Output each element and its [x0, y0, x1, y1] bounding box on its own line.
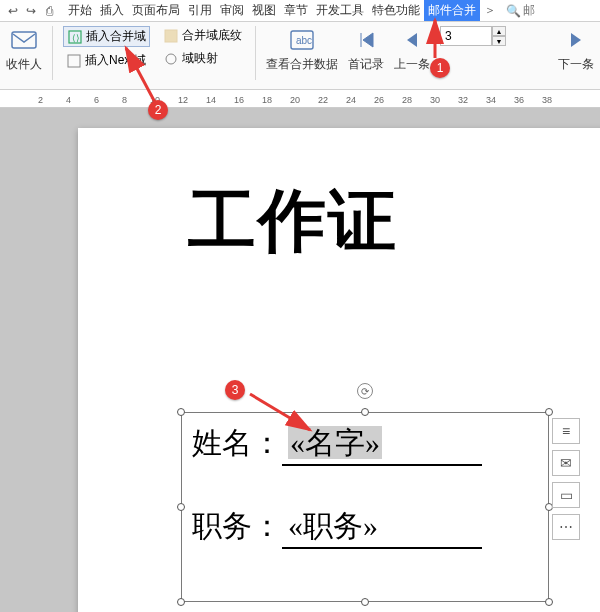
ruler-tick: 24	[346, 95, 356, 105]
next-record-button[interactable]: 下一条	[558, 26, 594, 73]
divider	[255, 26, 256, 80]
first-record-button[interactable]: 首记录	[348, 26, 384, 73]
region-mapping-button[interactable]: 域映射	[160, 49, 245, 68]
search-label: 邮	[523, 2, 535, 19]
svg-rect-4	[165, 30, 177, 42]
recipients-label: 收件人	[6, 56, 42, 73]
resize-handle[interactable]	[545, 408, 553, 416]
resize-handle[interactable]	[177, 503, 185, 511]
ruler-tick: 16	[234, 95, 244, 105]
region-mapping-label: 域映射	[182, 50, 218, 67]
ruler-tick: 8	[122, 95, 127, 105]
record-index-spinner[interactable]: ▲ ▼	[440, 26, 506, 46]
annotation-callout-1: 1	[430, 58, 450, 78]
search-icon: 🔍	[506, 4, 521, 18]
layout-option-inline[interactable]: ≡	[552, 418, 580, 444]
mapping-icon	[163, 51, 179, 67]
ruler-tick: 30	[430, 95, 440, 105]
annotation-callout-2: 2	[148, 100, 168, 120]
ribbon: 收件人 ⟨⟩ 插入合并域 插入Next域 合并域底纹 域映射	[0, 22, 600, 90]
svg-rect-3	[68, 55, 80, 67]
resize-handle[interactable]	[361, 408, 369, 416]
field-icon: ⟨⟩	[67, 29, 83, 45]
view-merge-data-label: 查看合并数据	[266, 56, 338, 73]
document-canvas: 工作证 ⟳ 姓名： «名字» 职务： «	[0, 108, 600, 612]
menu-tabs: ↩ ↪ ⎙ 开始 插入 页面布局 引用 审阅 视图 章节 开发工具 特色功能 邮…	[0, 0, 600, 22]
print-icon[interactable]: ⎙	[40, 2, 58, 20]
svg-point-5	[166, 54, 176, 64]
merge-field-name[interactable]: «名字»	[288, 426, 382, 459]
resize-handle[interactable]	[177, 598, 185, 606]
ruler-tick: 36	[514, 95, 524, 105]
svg-text:⟨⟩: ⟨⟩	[72, 33, 80, 43]
spin-down-icon[interactable]: ▼	[492, 36, 506, 46]
svg-rect-0	[12, 32, 36, 48]
merge-field-position[interactable]: «职务»	[288, 509, 378, 542]
ruler-tick: 34	[486, 95, 496, 105]
tab-dev-tools[interactable]: 开发工具	[312, 0, 368, 21]
tab-view[interactable]: 视图	[248, 0, 280, 21]
tab-sections[interactable]: 章节	[280, 0, 312, 21]
text-box-selected[interactable]: ⟳ 姓名： «名字» 职务： «职务»	[181, 412, 549, 602]
ruler-tick: 14	[206, 95, 216, 105]
next-record-label: 下一条	[558, 56, 594, 73]
previous-record-label: 上一条	[394, 56, 430, 73]
name-label: 姓名：	[192, 423, 282, 464]
ruler-tick: 38	[542, 95, 552, 105]
previous-record-button[interactable]: 上一条	[394, 26, 430, 73]
resize-handle[interactable]	[545, 598, 553, 606]
tab-page-layout[interactable]: 页面布局	[128, 0, 184, 21]
insert-next-field-button[interactable]: 插入Next域	[63, 51, 150, 70]
position-value-underline[interactable]: «职务»	[282, 506, 482, 549]
ruler-tick: 6	[94, 95, 99, 105]
search-box[interactable]: 🔍 邮	[506, 2, 535, 19]
ruler-tick: 12	[178, 95, 188, 105]
insert-merge-field-button[interactable]: ⟨⟩ 插入合并域	[63, 26, 150, 47]
layout-option-behind[interactable]: ✉	[552, 450, 580, 476]
first-record-label: 首记录	[348, 56, 384, 73]
horizontal-ruler: 2468101214161820222426283032343638	[0, 90, 600, 108]
first-record-icon	[352, 26, 380, 54]
shading-icon	[163, 28, 179, 44]
undo-icon[interactable]: ↩	[4, 2, 22, 20]
ruler-tick: 18	[262, 95, 272, 105]
resize-handle[interactable]	[361, 598, 369, 606]
name-value-underline[interactable]: «名字»	[282, 423, 482, 466]
spin-up-icon[interactable]: ▲	[492, 26, 506, 36]
redo-icon[interactable]: ↪	[22, 2, 40, 20]
ruler-tick: 20	[290, 95, 300, 105]
document-title: 工作证	[188, 176, 398, 267]
layout-option-more[interactable]: ⋯	[552, 514, 580, 540]
tab-insert[interactable]: 插入	[96, 0, 128, 21]
envelope-icon	[10, 26, 38, 54]
merge-shading-label: 合并域底纹	[182, 27, 242, 44]
next-field-icon	[66, 53, 82, 69]
row-name: 姓名： «名字»	[192, 423, 538, 466]
insert-merge-field-label: 插入合并域	[86, 28, 146, 45]
layout-option-square[interactable]: ▭	[552, 482, 580, 508]
page: 工作证 ⟳ 姓名： «名字» 职务： «	[78, 128, 600, 612]
text-box-content[interactable]: 姓名： «名字» 职务： «职务»	[182, 413, 548, 555]
view-merge-data-button[interactable]: abc 查看合并数据	[266, 26, 338, 73]
row-position: 职务： «职务»	[192, 506, 538, 549]
ruler-tick: 2	[38, 95, 43, 105]
view-data-icon: abc	[288, 26, 316, 54]
merge-shading-button[interactable]: 合并域底纹	[160, 26, 245, 45]
tab-review[interactable]: 审阅	[216, 0, 248, 21]
tab-mail-merge[interactable]: 邮件合并	[424, 0, 480, 21]
position-label: 职务：	[192, 506, 282, 547]
resize-handle[interactable]	[177, 408, 185, 416]
record-index-input[interactable]	[440, 26, 492, 46]
tab-start[interactable]: 开始	[64, 0, 96, 21]
svg-text:abc: abc	[296, 35, 312, 46]
recipients-button[interactable]: 收件人	[6, 26, 42, 73]
tab-references[interactable]: 引用	[184, 0, 216, 21]
divider	[52, 26, 53, 80]
layout-options-toolbar: ≡ ✉ ▭ ⋯	[552, 418, 582, 540]
tabs-more[interactable]: ＞	[480, 0, 500, 21]
tab-special[interactable]: 特色功能	[368, 0, 424, 21]
ruler-tick: 26	[374, 95, 384, 105]
rotate-handle-icon[interactable]: ⟳	[357, 383, 373, 399]
ruler-tick: 32	[458, 95, 468, 105]
ruler-tick: 28	[402, 95, 412, 105]
